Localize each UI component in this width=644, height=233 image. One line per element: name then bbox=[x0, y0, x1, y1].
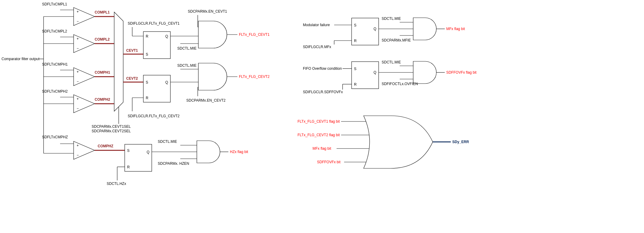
label-comph1: COMPH1 bbox=[95, 70, 110, 75]
label-comphz: COMPHZ bbox=[98, 144, 113, 148]
label-mux-sel1: SDCPARMx.CEVT1SEL bbox=[92, 124, 131, 129]
comparator-comph1 bbox=[74, 68, 95, 86]
label-hz-mie: SDCTL.MIE bbox=[158, 139, 177, 144]
and-gate-mf bbox=[413, 18, 436, 40]
label-mie-2: SDCTL.MIE bbox=[177, 63, 197, 68]
label-clr-mf: SDIFLGCLR.MFx bbox=[303, 45, 331, 49]
and-gate-cevt2 bbox=[198, 63, 227, 90]
label-en-cevt1: SDCPARMx.EN_CEVT1 bbox=[188, 9, 227, 14]
and-gate-cevt1 bbox=[198, 21, 227, 48]
output-ovf: SDFFOVFx flag bit bbox=[446, 70, 477, 75]
sr2-r: R bbox=[146, 96, 148, 100]
or-in4: SDFFOVFx bit bbox=[317, 160, 341, 164]
label-clr-ovf: SDIFLGCLR.SDFFOVFx bbox=[303, 90, 343, 94]
label-ovfien: SDFIFOCTLx.OVFIEN bbox=[382, 82, 418, 86]
output-mf: MFx flag bit bbox=[446, 27, 465, 31]
sr3-q: Q bbox=[147, 150, 149, 154]
label-cmphz: SDFLTxCMPHZ bbox=[42, 135, 68, 139]
label-mfie: SDCPARMx.MFIE bbox=[382, 38, 411, 42]
label-cmpl1: SDFLTxCMPL1 bbox=[42, 2, 67, 6]
comparator-comphz bbox=[74, 141, 95, 159]
label-en-cevt2: SDCPARMx.EN_CEVT2 bbox=[186, 98, 226, 103]
label-comph2: COMPH2 bbox=[95, 97, 110, 102]
or-in3: MFx flag bit bbox=[313, 146, 331, 151]
sr-ovf-s: S bbox=[354, 67, 356, 71]
sr-mf-r: R bbox=[354, 39, 357, 43]
output-hz: HZx flag bit bbox=[230, 150, 248, 154]
sr3-s: S bbox=[127, 149, 130, 153]
label-mie-mf: SDCTL.MIE bbox=[382, 17, 401, 21]
label-hz-clr: SDCTL.HZx bbox=[107, 182, 126, 186]
or-in1: FLTx_FLG_CEVT1 flag bit bbox=[298, 119, 340, 124]
label-comp-filter-output: Comparator filter output bbox=[2, 57, 40, 61]
label-fifo-ovf: FIFO Overflow condition bbox=[303, 66, 342, 71]
comparator-compl2 bbox=[74, 35, 95, 53]
output-sdy-err: SDy_ERR bbox=[452, 140, 469, 144]
label-hzen: SDCPARMx. HZEN bbox=[158, 161, 189, 166]
sr-mf-s: S bbox=[354, 23, 356, 27]
and-gate-hz bbox=[197, 141, 220, 163]
label-cevt1: CEVT1 bbox=[126, 48, 138, 53]
label-compl2: COMPL2 bbox=[95, 37, 110, 41]
label-clr-cevt1: SDIFLGCLR.FLTx_FLG_CEVT1 bbox=[128, 21, 180, 26]
label-cmph1: SDFLTxCMPH1 bbox=[42, 62, 68, 66]
label-compl1: COMPL1 bbox=[95, 10, 110, 14]
label-cmpl2: SDFLTxCMPL2 bbox=[42, 29, 67, 33]
sr-ovf-q: Q bbox=[374, 70, 376, 75]
sr3-r: R bbox=[127, 165, 130, 169]
label-mod-fail: Modulator failure bbox=[303, 23, 330, 27]
comparator-compl1 bbox=[74, 8, 95, 26]
output-cevt2: FLTx_FLG_CEVT2 bbox=[239, 75, 270, 79]
or-in2: FLTx_FLG_CEVT2 flag bit bbox=[298, 133, 340, 137]
label-cmph2: SDFLTxCMPH2 bbox=[42, 89, 68, 94]
and-gate-ovf bbox=[413, 61, 436, 84]
sr-mf-q: Q bbox=[374, 27, 376, 31]
sr2-s: S bbox=[146, 80, 148, 84]
comparator-comph2 bbox=[74, 95, 95, 113]
label-cevt2: CEVT2 bbox=[126, 76, 138, 81]
or-gate-err bbox=[364, 116, 433, 168]
sr2-q: Q bbox=[165, 80, 168, 84]
label-mie-1: SDCTL.MIE bbox=[177, 46, 197, 51]
label-mux-sel2: SDCPARMx.CEVT2SEL bbox=[92, 129, 131, 133]
label-clr-cevt2: SDIFLGCLR.FLTx_FLG_CEVT2 bbox=[128, 114, 180, 118]
sr1-r: R bbox=[146, 34, 148, 38]
sr-ovf-r: R bbox=[354, 82, 357, 87]
sr1-s: S bbox=[146, 52, 148, 57]
label-mie-ovf: SDCTL.MIE bbox=[382, 60, 401, 64]
sr1-q: Q bbox=[165, 34, 168, 38]
output-cevt1: FLTx_FLG_CEVT1 bbox=[239, 32, 270, 37]
mux-cevt bbox=[114, 12, 123, 111]
